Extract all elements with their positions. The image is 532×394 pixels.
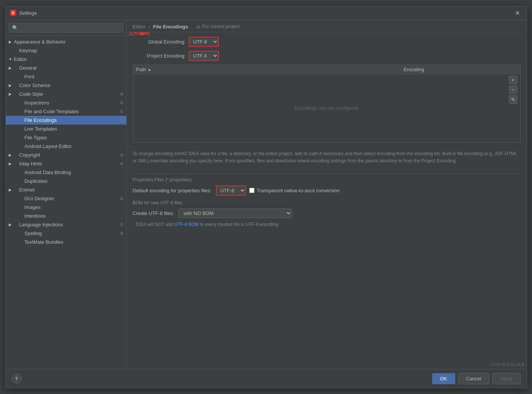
- project-encoding-label: Project Encoding:: [133, 53, 186, 59]
- transparent-checkbox[interactable]: [249, 188, 254, 193]
- transparent-label: Transparent native-to-ascii conversion: [257, 188, 340, 193]
- arrow-icon: [9, 205, 14, 209]
- copy-icon: ⧉: [120, 100, 123, 105]
- sidebar-item-label: Inlay Hints: [19, 161, 119, 167]
- sidebar-item-label: File Encodings: [25, 117, 119, 123]
- sidebar-item-copyright[interactable]: ▶ Copyright ⧉: [6, 151, 126, 159]
- arrow-icon: [9, 170, 14, 174]
- arrow-icon: [9, 196, 14, 201]
- sidebar-item-file-types[interactable]: File Types: [6, 133, 126, 142]
- sidebar-item-label: Intentions: [25, 213, 123, 219]
- create-utf8-select[interactable]: with NO BOM with BOM: [178, 209, 292, 218]
- global-encoding-select[interactable]: UTF-8: [189, 37, 219, 47]
- transparent-checkbox-label[interactable]: Transparent native-to-ascii conversion: [249, 188, 340, 193]
- sidebar-item-android-layout-editor[interactable]: Android Layout Editor: [6, 142, 126, 151]
- sidebar-item-keymap[interactable]: Keymap: [6, 46, 126, 55]
- bom-note-prefix: IDEA will NOT add: [136, 222, 174, 227]
- sidebar-item-color-scheme[interactable]: ▶ Color Scheme: [6, 81, 126, 90]
- sidebar-item-editor[interactable]: ▼ Editor: [6, 55, 126, 64]
- col-encoding: Encoding: [404, 67, 517, 72]
- sidebar-item-label: Emmet: [19, 187, 123, 193]
- copy-icon: ⧉: [120, 118, 123, 123]
- copy-icon: ⧉: [120, 161, 123, 166]
- properties-row: Default encoding for properties files: U…: [133, 185, 521, 196]
- main-panel: Editor › File Encodings 🗂 For current pr…: [127, 20, 527, 369]
- col-path: Path ▲: [136, 67, 404, 72]
- ok-button[interactable]: OK: [432, 373, 455, 384]
- help-button[interactable]: ?: [12, 374, 22, 383]
- arrow-icon: [9, 135, 14, 140]
- sidebar-item-intentions[interactable]: Intentions: [6, 212, 126, 220]
- arrow-icon: [9, 75, 14, 79]
- tree: ▶ Appearance & Behavior Keymap ▼ Editor: [6, 36, 126, 369]
- annotation-text: 文件编码: [128, 32, 149, 37]
- global-encoding-row: Global Encoding: UTF-8: [133, 37, 521, 47]
- sidebar-item-live-templates[interactable]: Live Templates: [6, 125, 126, 133]
- project-icon: 🗂: [196, 24, 201, 29]
- sidebar-item-label: Inspections: [25, 100, 119, 106]
- properties-section-title: Properties Files (*.properties): [133, 174, 521, 182]
- bom-note-highlight: UTF-8 BOM: [174, 222, 199, 227]
- bom-section-title: BOM for new UTF-8 files: [133, 200, 521, 206]
- arrow-icon: [9, 127, 14, 131]
- arrow-icon: [9, 214, 14, 218]
- sidebar-item-file-encodings[interactable]: File Encodings ⧉: [6, 116, 126, 125]
- title-bar-left: 🎯 Settings: [10, 10, 37, 16]
- edit-button[interactable]: ✎: [509, 95, 517, 104]
- sidebar-item-file-code-templates[interactable]: File and Code Templates ⧉: [6, 107, 126, 116]
- sidebar-item-android-data-binding[interactable]: Android Data Binding: [6, 168, 126, 177]
- search-input[interactable]: [9, 23, 123, 33]
- sidebar-item-inspections[interactable]: Inspections ⧉: [6, 98, 126, 107]
- add-button[interactable]: +: [509, 76, 517, 84]
- sidebar-item-label: Color Scheme: [19, 83, 123, 88]
- arrow-icon: [9, 48, 14, 53]
- sidebar-item-appearance[interactable]: ▶ Appearance & Behavior: [6, 37, 126, 46]
- sidebar-item-label: Editor: [14, 56, 123, 62]
- apply-button[interactable]: Apply: [492, 373, 521, 384]
- sidebar-item-inlay-hints[interactable]: ▶ Inlay Hints ⧉: [6, 159, 126, 168]
- sidebar-item-code-style[interactable]: ▶ Code Style ⧉: [6, 90, 126, 98]
- sidebar-item-label: Appearance & Behavior: [14, 39, 123, 45]
- arrow-icon: ▼: [9, 57, 14, 61]
- project-encoding-row: Project Encoding: UTF-8: [133, 51, 521, 61]
- arrow-icon: ▶: [9, 92, 14, 96]
- sidebar-item-label: TextMate Bundles: [25, 239, 123, 245]
- sidebar-item-language-injections[interactable]: ▶ Language Injections ⧉: [6, 220, 126, 229]
- settings-dialog: 🎯 Settings ✕ ▶ Appearance & Behavior: [5, 6, 527, 388]
- arrow-icon: [9, 240, 14, 244]
- arrow-icon: ▶: [9, 153, 14, 157]
- empty-message: Encodings are not configured: [295, 105, 358, 111]
- remove-button[interactable]: −: [509, 86, 517, 94]
- breadcrumb-separator: ›: [148, 24, 150, 30]
- copy-icon: ⧉: [120, 153, 123, 157]
- sidebar-item-label: Android Layout Editor: [25, 143, 123, 149]
- encoding-table: Path ▲ Encoding Encodings are not config…: [133, 65, 521, 143]
- sidebar: ▶ Appearance & Behavior Keymap ▼ Editor: [6, 20, 127, 369]
- info-text: To change encoding IntelliJ IDEA uses fo…: [133, 147, 521, 168]
- app-icon: 🎯: [10, 10, 16, 16]
- sort-arrow-icon: ▲: [147, 67, 151, 72]
- panel-header: Editor › File Encodings 🗂 For current pr…: [127, 20, 527, 32]
- project-encoding-select[interactable]: UTF-8: [189, 51, 219, 61]
- arrow-icon: ▶: [9, 83, 14, 87]
- sidebar-item-label: Android Data Binding: [25, 170, 123, 175]
- dialog-body: ▶ Appearance & Behavior Keymap ▼ Editor: [6, 20, 527, 369]
- arrow-icon: [9, 118, 14, 122]
- sidebar-item-duplicates[interactable]: Duplicates: [6, 177, 126, 185]
- default-encoding-select[interactable]: UTF-8: [216, 185, 246, 196]
- search-box: [6, 20, 126, 36]
- sidebar-item-spelling[interactable]: Spelling ⧉: [6, 229, 126, 238]
- sidebar-item-font[interactable]: Font: [6, 72, 126, 81]
- arrow-icon: ▶: [9, 66, 14, 70]
- sidebar-item-emmet[interactable]: ▶ Emmet: [6, 185, 126, 194]
- close-button[interactable]: ✕: [513, 9, 522, 17]
- sidebar-item-general[interactable]: ▶ General: [6, 64, 126, 72]
- sidebar-item-label: Code Style: [19, 91, 119, 97]
- sidebar-item-images[interactable]: Images: [6, 203, 126, 212]
- sidebar-item-gui-designer[interactable]: GUI Designer ⧉: [6, 194, 126, 203]
- cancel-button[interactable]: Cancel: [458, 373, 489, 384]
- arrow-icon: ▶: [9, 223, 14, 227]
- sidebar-item-label: Images: [25, 204, 123, 210]
- sidebar-item-textmate-bundles[interactable]: TextMate Bundles: [6, 238, 126, 246]
- bom-section: BOM for new UTF-8 files Create UTF-8 fil…: [133, 200, 521, 227]
